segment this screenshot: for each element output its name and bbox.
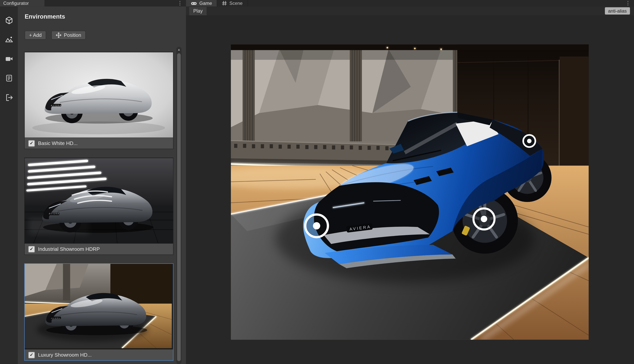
environment-label: Luxury Showroom HD... <box>38 352 92 358</box>
car-badge-text: AVIERA <box>51 317 61 319</box>
scrollbar-up-arrow[interactable]: ▲ <box>176 48 182 51</box>
panel-toolbar: + Add Position <box>25 30 86 40</box>
environment-label-bar: ✓ Basic White HD... <box>25 138 173 149</box>
play-button[interactable]: Play <box>189 7 207 15</box>
position-button-label: Position <box>64 32 81 38</box>
panel-title: Environments <box>25 13 65 20</box>
environment-label-bar: ✓ Industrial Showroom HDRP <box>25 244 173 254</box>
app-window: Configurator ⋮ <box>0 0 634 364</box>
checkmark: ✓ <box>30 141 33 145</box>
environments-panel: Environments + Add Position <box>18 6 186 364</box>
hotspot-front-wheel[interactable] <box>474 208 494 229</box>
environment-checkbox[interactable]: ✓ <box>28 246 35 252</box>
tab-configurator[interactable]: Configurator <box>0 0 45 6</box>
environment-card-luxury[interactable]: AVIERA ✓ Luxury Showroom HD... <box>24 264 173 361</box>
environment-icon[interactable] <box>0 32 18 48</box>
car-badge-text: AVIERA <box>49 212 60 215</box>
camera-icon[interactable] <box>0 50 18 67</box>
game-toolbar: Play anti-alias <box>186 6 634 16</box>
exit-icon[interactable] <box>0 89 18 106</box>
tab-scene[interactable]: Scene <box>217 0 248 6</box>
scrollbar-thumb[interactable] <box>177 53 181 361</box>
tool-sidebar <box>0 6 18 364</box>
environment-card-industrial[interactable]: AVIERA ✓ Industrial Showroom HDRP <box>24 158 173 255</box>
checkmark: ✓ <box>30 247 33 251</box>
position-button[interactable]: Position <box>51 30 86 40</box>
view-tab-bar: Game Scene <box>186 0 634 6</box>
tab-scene-label: Scene <box>229 1 242 6</box>
move-icon <box>56 32 62 38</box>
hotspot-front-bumper[interactable] <box>305 214 328 237</box>
rendered-scene: AVIERA <box>231 44 589 340</box>
environment-thumbnail: AVIERA <box>25 52 173 138</box>
anti-alias-toggle[interactable]: anti-alias <box>605 7 630 15</box>
tab-game-label: Game <box>199 1 212 6</box>
grid-icon <box>222 1 227 6</box>
car-badge-text: AVIERA <box>51 104 62 106</box>
panel-menu-button[interactable]: ⋮ <box>177 0 183 6</box>
add-button[interactable]: + Add <box>25 30 46 40</box>
environment-thumbnail: AVIERA <box>25 264 173 350</box>
environment-label-bar: ✓ Luxury Showroom HD... <box>25 350 173 360</box>
notes-icon[interactable] <box>0 70 18 86</box>
package-icon[interactable] <box>0 12 18 28</box>
environment-card-basic-white[interactable]: AVIERA ✓ Basic White HD... <box>24 52 173 149</box>
environment-label: Industrial Showroom HDRP <box>38 246 100 252</box>
environment-checkbox[interactable]: ✓ <box>28 352 35 358</box>
game-viewport[interactable]: AVIERA <box>186 15 634 364</box>
gamepad-icon <box>191 1 197 6</box>
environment-label: Basic White HD... <box>38 140 78 146</box>
environment-checkbox[interactable]: ✓ <box>28 140 35 146</box>
hotspot-rear-fender[interactable] <box>523 135 535 147</box>
game-view-menu-button[interactable]: ⋮ <box>625 0 631 6</box>
checkmark: ✓ <box>30 352 33 357</box>
environment-thumbnail: AVIERA <box>25 158 173 244</box>
tab-game[interactable]: Game <box>186 0 217 6</box>
